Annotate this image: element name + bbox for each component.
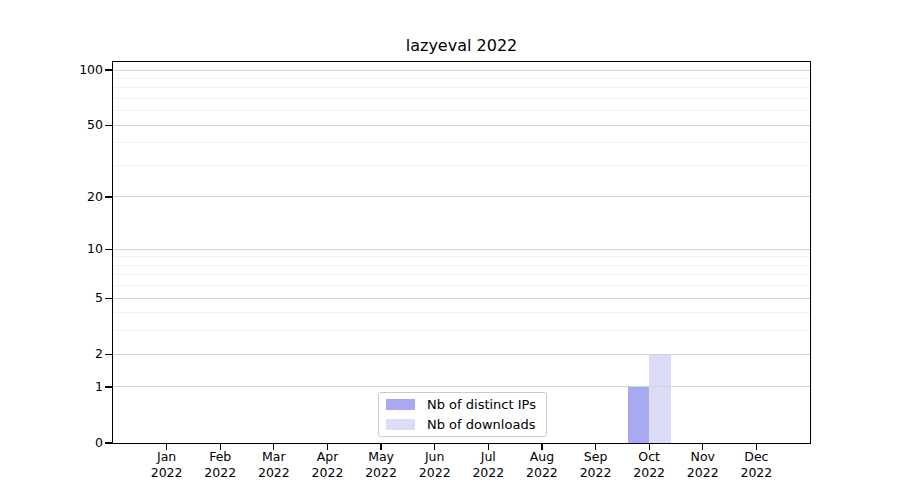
gridline-minor: [113, 87, 810, 88]
gridline-minor: [113, 256, 810, 257]
y-tick-label: 100: [45, 62, 103, 78]
gridline-minor: [113, 330, 810, 331]
x-tick-mark: [649, 444, 650, 450]
x-tick-mark: [434, 444, 435, 450]
x-tick-mark: [380, 444, 381, 450]
bar-distinct-ips-oct: [628, 387, 649, 443]
x-tick-mark: [488, 444, 489, 450]
y-tick-mark: [105, 298, 112, 299]
gridline-major: [113, 249, 810, 250]
gridline-minor: [113, 265, 810, 266]
legend-item: Nb of distinct IPs: [386, 395, 539, 414]
legend-item: Nb of downloads: [386, 415, 539, 434]
legend-swatch-icon: [386, 399, 415, 410]
gridline-major: [113, 125, 810, 126]
chart-figure: lazyeval 2022 0125102050100 Jan2022Feb20…: [0, 0, 900, 500]
gridline-minor: [113, 285, 810, 286]
gridline-major: [113, 298, 810, 299]
y-tick-mark: [105, 196, 112, 197]
bar-downloads-oct: [649, 354, 670, 443]
y-tick-label: 10: [45, 241, 103, 257]
gridline-minor: [113, 98, 810, 99]
y-tick-label: 1: [45, 379, 103, 395]
y-tick-mark: [105, 69, 112, 70]
gridline-minor: [113, 110, 810, 111]
y-tick-label: 20: [45, 189, 103, 205]
gridline-minor: [113, 274, 810, 275]
x-tick-year: 2022: [724, 465, 788, 481]
y-tick-label: 0: [45, 435, 103, 451]
legend: Nb of distinct IPsNb of downloads: [378, 392, 547, 437]
gridline-major: [113, 386, 810, 387]
x-tick-mark: [273, 444, 274, 450]
x-tick-mark: [756, 444, 757, 450]
y-tick-label: 2: [45, 346, 103, 362]
x-tick-mark: [166, 444, 167, 450]
y-tick-mark: [105, 249, 112, 250]
y-tick-label: 5: [45, 290, 103, 306]
x-tick-mark: [220, 444, 221, 450]
y-tick-label: 50: [45, 117, 103, 133]
chart-title: lazyeval 2022: [113, 36, 810, 55]
x-tick-mark: [327, 444, 328, 450]
x-tick-mark: [595, 444, 596, 450]
gridline-minor: [113, 312, 810, 313]
x-tick-mark: [702, 444, 703, 450]
gridline-major: [113, 196, 810, 197]
gridline-minor: [113, 78, 810, 79]
legend-label: Nb of downloads: [427, 417, 535, 432]
y-tick-mark: [105, 354, 112, 355]
legend-label: Nb of distinct IPs: [427, 397, 536, 412]
x-tick-label: Dec2022: [724, 449, 788, 480]
plot-area: [113, 62, 810, 443]
y-tick-mark: [105, 442, 112, 443]
gridline-major: [113, 354, 810, 355]
gridline-minor: [113, 165, 810, 166]
x-tick-mark: [541, 444, 542, 450]
gridline-major: [113, 70, 810, 71]
y-tick-mark: [105, 125, 112, 126]
x-tick-month: Dec: [724, 449, 788, 465]
legend-swatch-icon: [386, 419, 415, 430]
gridline-minor: [113, 142, 810, 143]
y-tick-mark: [105, 386, 112, 387]
